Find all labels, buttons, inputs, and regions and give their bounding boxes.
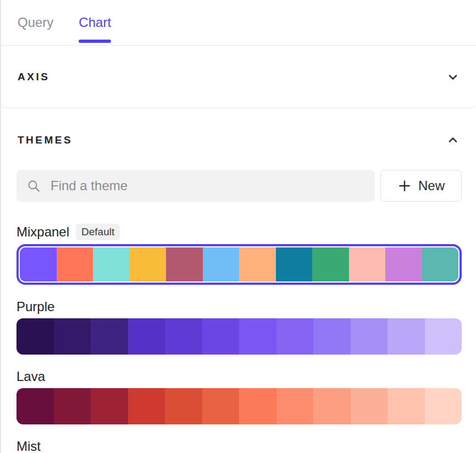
color-swatch bbox=[93, 247, 130, 281]
color-swatch bbox=[349, 247, 386, 281]
theme-search-box[interactable] bbox=[16, 170, 375, 202]
plus-icon bbox=[397, 179, 412, 193]
tab-chart[interactable]: Chart bbox=[79, 0, 111, 45]
color-swatch bbox=[351, 318, 388, 355]
theme-label-row: Mist bbox=[16, 439, 462, 453]
color-swatch bbox=[203, 247, 240, 281]
theme-swatch-strip-purple[interactable] bbox=[16, 318, 462, 355]
theme-list: MixpanelDefaultPurpleLavaMist bbox=[1, 224, 476, 453]
default-badge: Default bbox=[76, 224, 120, 240]
color-swatch bbox=[351, 388, 388, 424]
theme-name: Mist bbox=[16, 439, 41, 453]
color-swatch bbox=[239, 247, 276, 281]
color-swatch bbox=[385, 247, 422, 281]
theme-search-row: New bbox=[1, 170, 476, 202]
color-swatch bbox=[57, 247, 93, 281]
theme-swatch-strip-mixpanel[interactable] bbox=[20, 247, 458, 281]
color-swatch bbox=[425, 318, 462, 355]
theme-name: Mixpanel bbox=[16, 224, 69, 240]
color-swatch bbox=[425, 388, 462, 424]
color-swatch bbox=[91, 318, 128, 355]
color-swatch bbox=[276, 318, 314, 355]
color-swatch bbox=[54, 318, 91, 355]
theme-label-row: Lava bbox=[16, 369, 462, 384]
color-swatch bbox=[166, 247, 203, 281]
chart-settings-panel: Query Chart AXIS THEMES New MixpanelDefa… bbox=[0, 0, 476, 453]
color-swatch bbox=[239, 388, 276, 424]
search-icon bbox=[26, 178, 41, 194]
color-swatch bbox=[16, 318, 54, 355]
themes-section-title: THEMES bbox=[18, 134, 73, 146]
theme-item-mist: Mist bbox=[16, 439, 462, 453]
themes-section-header[interactable]: THEMES bbox=[1, 108, 476, 147]
color-swatch bbox=[91, 388, 128, 424]
theme-swatch-strip-lava[interactable] bbox=[16, 388, 462, 424]
color-swatch bbox=[165, 388, 202, 424]
tab-bar: Query Chart bbox=[1, 0, 476, 46]
color-swatch bbox=[312, 247, 349, 281]
theme-name: Lava bbox=[16, 369, 45, 384]
selected-theme-border[interactable] bbox=[16, 244, 462, 285]
axis-section-header[interactable]: AXIS bbox=[1, 46, 476, 108]
color-swatch bbox=[313, 388, 351, 424]
theme-item-mixpanel: MixpanelDefault bbox=[16, 224, 462, 285]
tab-query[interactable]: Query bbox=[18, 0, 53, 45]
theme-label-row: Purple bbox=[16, 299, 462, 314]
tab-chart-label: Chart bbox=[79, 15, 111, 30]
color-swatch bbox=[130, 247, 167, 281]
color-swatch bbox=[202, 318, 240, 355]
theme-item-purple: Purple bbox=[16, 299, 462, 355]
color-swatch bbox=[202, 388, 240, 424]
theme-name: Purple bbox=[16, 299, 54, 314]
color-swatch bbox=[165, 318, 202, 355]
color-swatch bbox=[16, 388, 54, 424]
color-swatch bbox=[422, 247, 459, 281]
color-swatch bbox=[388, 388, 425, 424]
color-swatch bbox=[276, 247, 313, 281]
color-swatch bbox=[128, 388, 165, 424]
active-tab-underline bbox=[79, 40, 111, 43]
tab-query-label: Query bbox=[18, 15, 53, 30]
chevron-up-icon[interactable] bbox=[446, 134, 460, 147]
color-swatch bbox=[313, 318, 351, 355]
color-swatch bbox=[276, 388, 314, 424]
color-swatch bbox=[388, 318, 425, 355]
axis-section-title: AXIS bbox=[18, 71, 49, 83]
color-swatch bbox=[54, 388, 91, 424]
color-swatch bbox=[20, 247, 57, 281]
chevron-down-icon[interactable] bbox=[446, 70, 460, 84]
theme-item-lava: Lava bbox=[16, 369, 462, 424]
theme-label-row: MixpanelDefault bbox=[16, 224, 462, 240]
color-swatch bbox=[128, 318, 165, 355]
color-swatch bbox=[239, 318, 276, 355]
new-theme-button[interactable]: New bbox=[380, 170, 462, 202]
new-theme-button-label: New bbox=[418, 178, 445, 194]
search-input[interactable] bbox=[51, 178, 365, 194]
